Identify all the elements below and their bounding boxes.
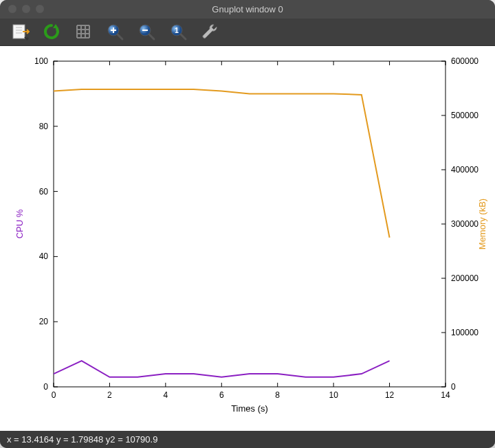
x-axis-label: Times (s): [231, 403, 268, 414]
x-tick-label: 8: [275, 390, 280, 400]
svg-line-4: [149, 34, 154, 39]
status-text: x = 13.4164 y = 1.79848 y2 = 10790.9: [7, 434, 157, 445]
grid-icon: [74, 22, 93, 41]
reload-icon: [42, 22, 61, 41]
y2-tick-label: 500000: [451, 111, 478, 120]
y2-tick-label: 200000: [451, 273, 478, 283]
chart-canvas: 0246810121402040608010001000002000003000…: [0, 46, 495, 431]
minimize-button[interactable]: [22, 5, 30, 13]
svg-line-2: [118, 34, 122, 39]
zoom-in-icon: [105, 22, 124, 41]
series-cpu-: [54, 361, 390, 377]
y2-tick-label: 300000: [451, 219, 478, 229]
chart-area[interactable]: 0246810121402040608010001000002000003000…: [0, 46, 495, 431]
y2-tick-label: 400000: [451, 165, 478, 175]
options-button[interactable]: [198, 20, 221, 43]
x-tick-label: 12: [385, 390, 395, 400]
close-button[interactable]: [8, 5, 16, 13]
traffic-lights: [8, 5, 44, 13]
app-window: Gnuplot window 0: [0, 0, 495, 448]
titlebar: Gnuplot window 0: [0, 0, 495, 19]
svg-line-6: [181, 34, 186, 39]
y1-axis-label: CPU %: [14, 209, 25, 238]
x-tick-label: 2: [107, 390, 112, 400]
y1-tick-label: 80: [39, 122, 49, 131]
x-tick-label: 14: [441, 390, 450, 400]
statusbar: x = 13.4164 y = 1.79848 y2 = 10790.9: [0, 431, 495, 448]
zoom-reset-button[interactable]: 1: [166, 20, 190, 43]
y2-axis-label: Memory (kB): [477, 199, 487, 249]
y2-tick-label: 0: [451, 382, 456, 392]
export-icon: [10, 22, 30, 41]
y2-tick-label: 100000: [451, 328, 478, 337]
zoom-out-button[interactable]: [135, 20, 158, 43]
y1-tick-label: 100: [34, 56, 48, 66]
zoom-in-button[interactable]: [103, 20, 126, 43]
y1-tick-label: 20: [39, 317, 49, 326]
window-title: Gnuplot window 0: [0, 4, 495, 14]
svg-text:1: 1: [175, 27, 179, 34]
x-tick-label: 6: [219, 390, 224, 400]
zoom-button[interactable]: [36, 5, 44, 13]
toolbar: 1: [0, 19, 495, 46]
export-button[interactable]: [8, 20, 32, 43]
series-memory-kb-: [54, 89, 390, 238]
y1-tick-label: 0: [43, 382, 48, 392]
x-tick-label: 0: [52, 390, 56, 400]
zoom-reset-icon: 1: [168, 22, 188, 41]
x-tick-label: 4: [164, 390, 168, 400]
grid-button[interactable]: [72, 20, 95, 43]
y1-tick-label: 40: [39, 252, 49, 262]
zoom-out-icon: [137, 22, 156, 41]
reload-button[interactable]: [40, 20, 63, 43]
wrench-icon: [200, 22, 219, 41]
x-tick-label: 10: [329, 390, 338, 400]
y2-tick-label: 600000: [451, 56, 478, 66]
y1-tick-label: 60: [39, 187, 49, 197]
